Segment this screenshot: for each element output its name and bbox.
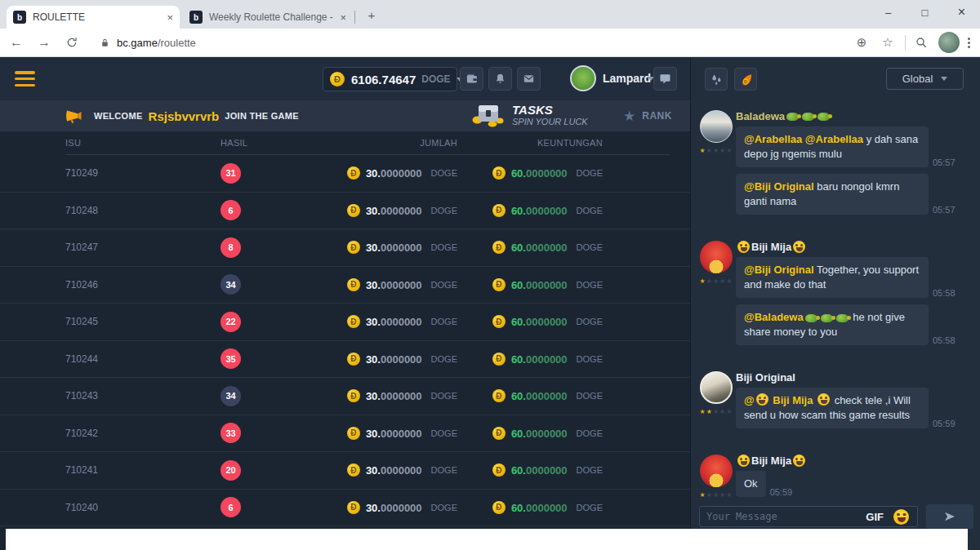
window-controls: – □ × (870, 0, 980, 26)
browser-menu-icon[interactable] (968, 38, 970, 48)
mention[interactable]: @Arabellaa (744, 133, 802, 145)
welcome-message: WELCOME Rsjsbvvrvrb JOIN THE GAME (94, 100, 299, 131)
rating-star-icon: ★ (713, 491, 719, 499)
mention[interactable]: @Biji Original (744, 264, 814, 276)
mention[interactable]: @Baladewa (744, 311, 804, 323)
doge-coin-icon: Ð (347, 501, 360, 514)
chat-toggle-button[interactable] (653, 67, 677, 91)
emoji-picker-button[interactable] (892, 509, 911, 525)
mention[interactable]: @Biji Original (744, 180, 814, 193)
doge-coin-icon: Ð (492, 353, 506, 366)
new-tab-button[interactable]: + (364, 7, 379, 22)
coin-drop-button[interactable]: Ð (734, 68, 757, 91)
close-button[interactable]: × (943, 0, 980, 24)
forward-icon[interactable]: → (33, 31, 56, 54)
table-row[interactable]: 71024435Ð30.0000000DOGEÐ60.0000000DOGE (0, 341, 690, 379)
bet-id: 710244 (65, 353, 220, 365)
send-message-button[interactable] (926, 504, 973, 529)
mention[interactable]: @Arabellaa (805, 133, 863, 145)
doge-coin-icon: Ð (347, 204, 360, 217)
chat-sidebar: Ð Global ★★★★★Baladewa @Arabellaa @Arabe… (690, 57, 980, 550)
table-row[interactable]: 7102486Ð30.0000000DOGEÐ60.0000000DOGE (0, 193, 690, 230)
chat-input-box[interactable]: GIF (699, 506, 918, 527)
doge-coin-icon: Ð (492, 315, 506, 328)
chat-username[interactable]: Biji Mija (736, 455, 973, 467)
table-row[interactable]: 71024233Ð30.0000000DOGEÐ60.0000000DOGE (0, 415, 690, 453)
avatar[interactable] (700, 371, 733, 404)
table-row[interactable]: 71024931Ð30.0000000DOGEÐ60.0000000DOGE (0, 155, 690, 193)
avatar[interactable] (700, 110, 733, 143)
turtle-emoji (786, 113, 799, 121)
gif-button[interactable]: GIF (866, 511, 884, 523)
avatar[interactable] (700, 241, 733, 273)
message-bubble[interactable]: @ Biji Mija check tele ,i Will send u ho… (736, 388, 929, 428)
maximize-button[interactable]: □ (906, 0, 943, 24)
chat-user-column: ★★★★★ (697, 455, 736, 503)
balance-selector[interactable]: Ð 6106.74647 DOGE (323, 67, 457, 91)
avatar[interactable] (700, 455, 733, 487)
tab-roulette[interactable]: b ROULETTE × (7, 6, 180, 29)
message-bubble[interactable]: Ok (736, 471, 766, 497)
table-row[interactable]: 71024120Ð30.0000000DOGEÐ60.0000000DOGE (0, 452, 690, 490)
doge-coin-icon: Ð (492, 166, 506, 180)
user-avatar[interactable] (570, 65, 596, 91)
message-text: Baladewa (736, 110, 785, 122)
menu-hamburger-icon[interactable] (15, 71, 35, 86)
chat-message: @Biji Original baru nongol kmrn ganti na… (736, 174, 973, 215)
notifications-button[interactable] (488, 67, 512, 91)
refresh-icon[interactable] (60, 31, 83, 54)
turtle-emoji (821, 314, 833, 322)
message-bubble[interactable]: @Biji Original baru nongol kmrn ganti na… (736, 174, 929, 215)
user-name[interactable]: Lampard (603, 72, 651, 85)
message-bubble[interactable]: @Arabellaa @Arabellaa y dah sana depo jg… (736, 126, 929, 167)
rain-button[interactable] (705, 68, 728, 91)
omnibox[interactable]: bc.game/roulette (90, 37, 846, 49)
table-row[interactable]: 7102478Ð30.0000000DOGEÐ60.0000000DOGE (0, 229, 690, 267)
table-row[interactable]: 71024634Ð30.0000000DOGEÐ60.0000000DOGE (0, 267, 690, 304)
zoom-plus-icon[interactable]: ⊕ (851, 32, 872, 53)
treasure-chest-icon (472, 103, 505, 127)
roulette-result-ball: 35 (220, 348, 241, 369)
rating-star-icon: ★ (706, 491, 713, 499)
rating-star-icon: ★ (706, 277, 713, 285)
chat-username[interactable]: Biji Original (736, 371, 973, 384)
result-cell: 20 (220, 460, 343, 481)
table-row[interactable]: 7102406Ð30.0000000DOGEÐ60.0000000DOGE (0, 490, 690, 527)
user-rating: ★★★★★ (700, 147, 733, 154)
bet-amount-cell: Ð30.0000000DOGE (343, 352, 457, 366)
message-bubble[interactable]: @Baladewa he not give share money to you (736, 304, 929, 345)
mention[interactable]: @ (744, 394, 755, 406)
rating-star-icon: ★ (700, 491, 706, 499)
bookmark-star-icon[interactable]: ☆ (877, 32, 898, 53)
mention[interactable]: Biji Mija (770, 394, 816, 406)
browser-profile-avatar[interactable] (938, 32, 960, 53)
table-header-row: ISU HASIL JUMLAH KEUNTUNGAN (0, 131, 690, 154)
bet-id: 710248 (65, 205, 220, 216)
chat-channel-select[interactable]: Global (886, 68, 964, 90)
chat-username[interactable]: Biji Mija (736, 241, 973, 253)
send-icon (942, 509, 957, 524)
minimize-button[interactable]: – (870, 0, 906, 24)
main-column: Ð 6106.74647 DOGE Lampard (0, 57, 690, 550)
rank-shortcut[interactable]: ★ RANK (623, 100, 672, 131)
doge-coin-icon: Ð (347, 278, 360, 291)
tab-weekly-challenge[interactable]: b Weekly Roulette Challenge - Win × (183, 6, 353, 29)
table-row[interactable]: 71024334Ð30.0000000DOGEÐ60.0000000DOGE (0, 378, 690, 415)
rating-star-icon: ★ (700, 408, 706, 415)
search-icon[interactable] (911, 32, 932, 53)
col-jumlah: JUMLAH (343, 138, 457, 148)
messages-button[interactable] (517, 67, 541, 91)
back-icon[interactable]: ← (5, 31, 28, 54)
chat-message-input[interactable] (700, 511, 866, 522)
message-bubble[interactable]: @Biji Original Together, you support and… (736, 257, 929, 298)
chat-username[interactable]: Baladewa (736, 110, 973, 122)
chat-message: Ok05:59 (736, 471, 973, 497)
laugh-emoji (793, 455, 805, 467)
tab-close-icon[interactable]: × (167, 11, 173, 24)
tab-close-icon[interactable]: × (340, 11, 346, 24)
tasks-shortcut[interactable]: TASKS SPIN YOUR LUCK (472, 103, 588, 127)
table-row[interactable]: 71024522Ð30.0000000DOGEÐ60.0000000DOGE (0, 304, 690, 341)
profit-cell: Ð60.0000000DOGE (457, 426, 603, 441)
chat-messages[interactable]: ★★★★★Baladewa @Arabellaa @Arabellaa y da… (691, 100, 980, 506)
wallet-button[interactable] (460, 67, 483, 91)
